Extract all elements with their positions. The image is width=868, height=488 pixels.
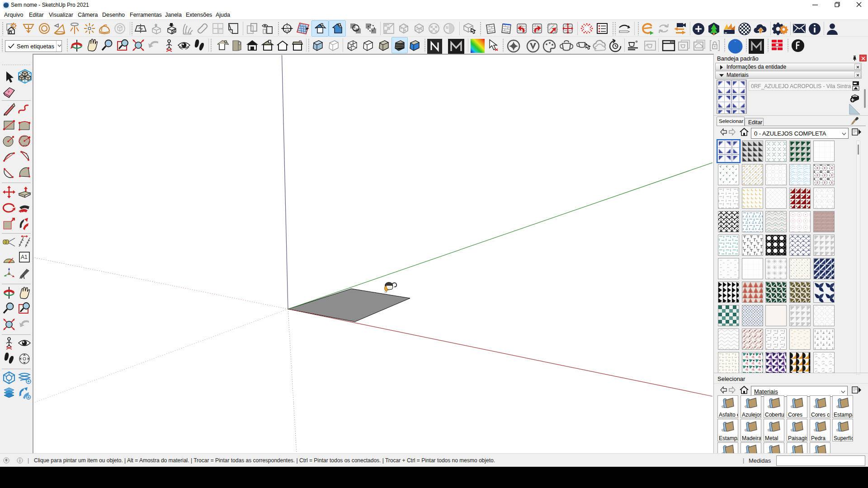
svg-text:A1: A1 xyxy=(21,254,28,260)
svg-text:A·B: A·B xyxy=(285,29,289,32)
svg-text:A: A xyxy=(21,273,25,280)
svg-text:C: C xyxy=(286,25,288,28)
